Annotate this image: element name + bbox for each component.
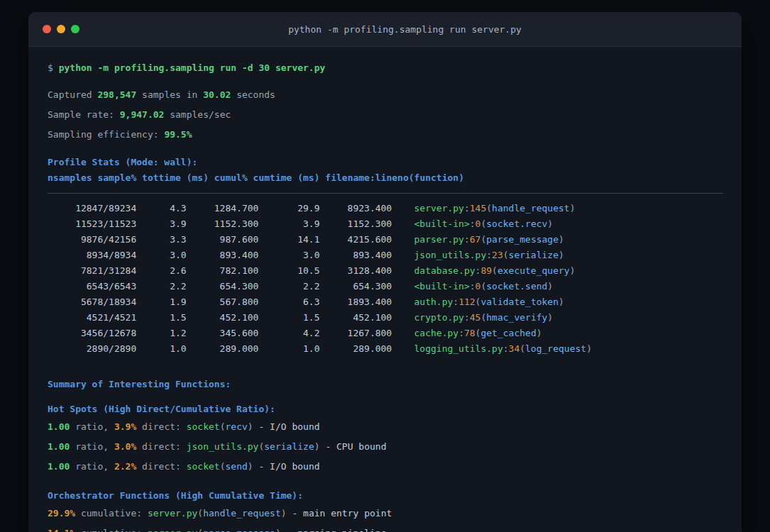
table-cell: 2.2 [258,279,319,294]
terminal-line: 1.00 ratio, 2.2% direct: socket(send) - … [48,457,742,477]
text-segment: ratio, [70,421,114,432]
text-segment: ) [547,312,553,323]
table-cell: 14.1 [258,232,319,248]
text-segment: 1.00 [48,461,70,472]
table-cell: 7821/31284 [48,263,136,279]
text-segment: Captured [48,89,97,100]
text-segment: ) [248,421,253,432]
table-cell: 3.0 [258,248,319,263]
table-cell: 4.3 [136,201,186,216]
table-cell: 2.2 [136,279,186,294]
command-line: $ python -m profiling.sampling run -d 30… [48,58,742,78]
profile-stats-title: Profile Stats (Mode: wall): [48,155,742,170]
text-segment: - I/O bound [253,421,320,432]
table-cell: 345.600 [187,326,259,341]
text-segment: : [464,312,470,323]
text-segment: $ [48,62,59,73]
text-segment: 67 [470,234,481,245]
text-segment: ( [220,461,226,472]
text-segment: parse_message [486,234,559,245]
table-cell: 1267.800 [319,326,392,341]
table-row: 9876/421563.3987.60014.14215.600parser.p… [48,232,742,248]
table-cell: 11523/11523 [48,216,136,232]
text-segment: ) [570,265,576,276]
text-segment: ) [281,508,287,519]
text-segment: 298,547 [97,89,136,100]
table-row: 2890/28901.0289.0001.0289.000logging_uti… [48,341,742,357]
text-segment: socket.send [486,281,547,292]
minimize-button[interactable] [57,25,65,33]
text-segment: 78 [464,328,475,338]
text-segment: direct: [136,441,186,452]
table-cell: 1152.300 [187,216,259,232]
text-segment: ) [559,297,564,307]
table-row: 3456/126781.2345.6004.21267.800cache.py:… [48,326,742,341]
text-segment: - I/O bound [253,461,320,472]
terminal-line: 14.1% cumulative: parser.py(parse_messag… [48,523,742,532]
table-cell: 1893.400 [319,294,392,310]
text-segment: : [503,343,509,354]
text-segment: 1.00 [48,421,70,432]
text-segment: 34 [509,343,520,354]
text-segment: ) [559,250,564,260]
text-segment: : [464,203,470,214]
close-button[interactable] [43,25,51,33]
text-segment: recv [226,421,248,432]
capture-stats: Captured 298,547 samples in 30.02 second… [48,85,742,145]
table-cell: 12847/89234 [48,201,136,216]
text-segment: server.py [414,203,464,214]
terminal-line: Sampling efficiency: 99.5% [48,125,742,145]
text-segment: : [470,218,475,229]
text-segment: ) [586,343,592,354]
hotspots-title: Hot Spots (High Direct/Cumulative Ratio)… [48,401,742,417]
text-segment: ) [547,281,553,292]
text-segment: 29.9% [48,508,75,519]
table-cell: 289.000 [187,341,259,357]
text-segment: 1.00 [48,441,70,452]
text-segment: serialize [509,250,559,260]
table-cell: 8923.400 [319,201,392,216]
text-segment: handle_request [492,203,570,214]
hotspot-list: 1.00 ratio, 3.9% direct: socket(recv) - … [48,417,742,477]
text-segment: python -m profiling.sampling run -d 30 s… [59,62,326,73]
text-segment: ) [275,528,281,532]
text-segment: <built-in> [414,281,470,292]
table-cell: 4.2 [258,326,319,341]
table-row: 6543/65432.2654.3002.2654.300<built-in>:… [48,279,742,294]
text-segment: cumulative: [75,528,148,532]
text-segment: - CPU bound [320,441,387,452]
table-row: 7821/312842.6782.10010.53128.400database… [48,263,742,279]
text-segment: socket [187,461,220,472]
terminal-line: 1.00 ratio, 3.0% direct: json_utils.py(s… [48,437,742,457]
window-title: python -m profiling.sampling run server.… [82,24,727,35]
text-segment: validate_token [480,297,559,307]
text-segment: 14.1% [48,528,75,532]
text-segment: samples/sec [164,109,231,120]
table-divider [48,193,723,194]
table-cell: 3456/12678 [48,326,136,341]
terminal-content: $ python -m profiling.sampling run -d 30… [28,47,742,532]
text-segment: database.py [414,265,475,276]
table-cell: 289.000 [319,341,392,357]
terminal-line: Captured 298,547 samples in 30.02 second… [48,85,742,105]
text-segment: send [226,461,248,472]
text-segment: seconds [231,89,275,100]
text-segment: socket.recv [486,218,547,229]
window-controls [43,25,82,33]
text-segment: ) [314,441,320,452]
maximize-button[interactable] [71,25,79,33]
text-segment: 9,947.02 [120,109,165,120]
table-cell: 3.0 [136,248,186,263]
text-segment: execute_query [497,265,570,276]
table-cell: 654.300 [187,279,259,294]
text-segment: logging_utils.py [414,343,503,354]
table-cell: 893.400 [319,248,392,263]
text-segment: cumulative: [75,508,148,519]
table-cell: 2890/2890 [48,341,136,357]
text-segment: parser.py [148,528,197,532]
table-header: nsamples sample% tottime (ms) cumul% cum… [48,170,742,186]
table-row: 11523/115233.91152.3003.91152.300<built-… [48,216,742,232]
table-cell: 1284.700 [187,201,259,216]
text-segment: 2.2% [114,461,136,472]
text-segment: parse_message [203,528,275,532]
